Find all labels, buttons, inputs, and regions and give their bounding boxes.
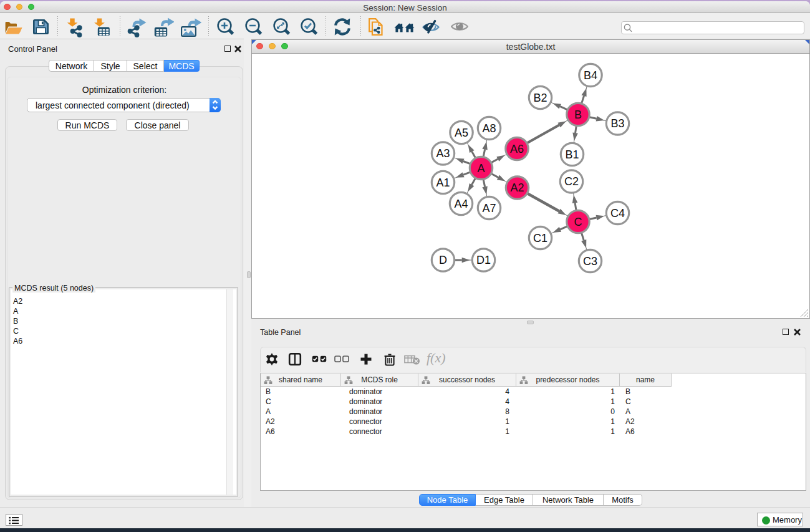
svg-text:C: C (574, 216, 582, 228)
svg-text:A3: A3 (436, 147, 450, 160)
svg-text:A: A (477, 162, 485, 175)
svg-text:A8: A8 (482, 122, 496, 135)
svg-text:A4: A4 (454, 198, 468, 210)
svg-text:C3: C3 (583, 255, 597, 268)
svg-text:D1: D1 (476, 254, 491, 266)
svg-text:B4: B4 (584, 69, 597, 82)
svg-text:C4: C4 (610, 207, 625, 220)
svg-text:A2: A2 (510, 181, 524, 194)
svg-text:A1: A1 (436, 177, 450, 189)
svg-text:B2: B2 (533, 92, 547, 104)
svg-text:B1: B1 (565, 148, 579, 161)
svg-text:A5: A5 (455, 127, 468, 139)
svg-text:A6: A6 (510, 143, 524, 155)
svg-text:D: D (439, 254, 447, 266)
svg-text:C2: C2 (564, 175, 579, 188)
svg-text:A7: A7 (482, 202, 496, 215)
svg-text:C1: C1 (533, 232, 547, 244)
svg-text:B: B (574, 109, 582, 121)
svg-text:B3: B3 (610, 117, 624, 130)
